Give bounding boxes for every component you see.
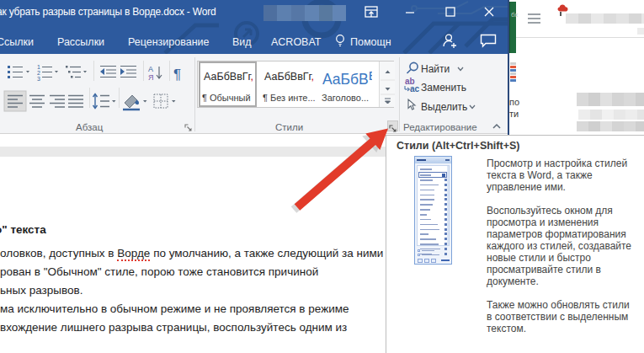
svg-text:3: 3: [37, 76, 40, 82]
svg-text:¶: ¶: [173, 67, 181, 83]
svg-text:А: А: [148, 65, 153, 73]
svg-text:Я: Я: [148, 73, 154, 82]
svg-text:2: 2: [37, 70, 40, 76]
svg-text:1: 1: [37, 64, 40, 70]
